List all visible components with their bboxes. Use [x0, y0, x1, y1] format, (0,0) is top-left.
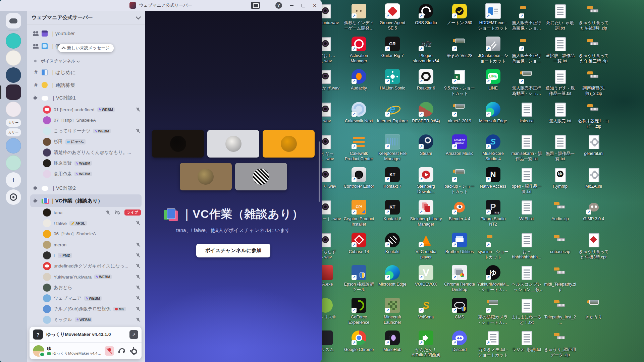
server-icon[interactable] — [6, 102, 21, 117]
desktop-icon[interactable]: ↗Google Chrome — [342, 329, 376, 362]
desktop-icon[interactable]: S↗VoiSona — [409, 296, 443, 329]
desktop-icon[interactable]: ↗Discord — [443, 329, 476, 362]
desktop-icon[interactable]: Audio.zip — [543, 198, 577, 231]
voice-member-row[interactable]: tanaライブ — [27, 207, 145, 218]
participant-tile[interactable] — [180, 163, 232, 190]
desktop-icon[interactable]: ↗Keepforest File Manager — [376, 133, 409, 166]
voice-channel-vc2[interactable]: ｜VC雑談2 — [30, 182, 142, 194]
desktop-icon[interactable]: ↗HDDFMT.exe - ショートカット — [476, 2, 510, 35]
desktop-icon[interactable]: ↗CMS — [443, 296, 476, 329]
desktop-icon[interactable]: S↗MuseScore Studio 4 — [476, 133, 510, 166]
desktop-icon[interactable]: KT↗Kontakt 8 — [376, 198, 409, 231]
desktop-icon[interactable]: ↗かんたん！AITalk 3 関西風 — [409, 329, 443, 362]
help-icon[interactable] — [275, 2, 282, 9]
voice-member-row[interactable]: 食用色素WEBM — [27, 169, 145, 179]
desktop-icon[interactable]: MoZA.ini — [577, 166, 610, 198]
avatar[interactable] — [33, 345, 44, 357]
voice-member-row[interactable]: あおどら — [27, 282, 145, 293]
desktop-icon[interactable]: Telepathy_Inst_2... — [543, 296, 577, 329]
join-voice-button[interactable]: ボイスチャンネルに参加 — [196, 244, 270, 257]
desktop-icon[interactable]: きゅうり食ってた午後三時.zip — [577, 35, 610, 68]
desktop-icon[interactable]: sfz↗Plogue sforzando x64 — [409, 35, 443, 68]
desktop-icon[interactable]: amazon music↗Amazon Music — [443, 133, 476, 166]
voice-member-row[interactable]: tPMD — [27, 250, 145, 261]
desktop-icon[interactable]: ↗Cakewalk Next — [342, 100, 376, 133]
desktop-icon[interactable]: ↗ノートン 360 — [443, 2, 476, 35]
mic-muted-button[interactable] — [105, 346, 114, 356]
participant-tile[interactable] — [207, 130, 259, 158]
desktop-icon[interactable]: CP!↗Crypton Product Installer — [342, 198, 376, 231]
desktop-icon[interactable]: ↗GIMP 3.0.4 — [577, 198, 610, 231]
server-icon[interactable] — [6, 33, 21, 49]
desktop-icon[interactable]: GR↗Guitar Rig 7 — [376, 35, 409, 68]
minimize-button[interactable] — [286, 1, 298, 10]
desktop-icon[interactable]: ksks.txt — [510, 100, 543, 133]
unread-messages-pill[interactable]: 新しい未読メッセージ — [58, 44, 114, 52]
participant-tile[interactable] — [235, 163, 287, 190]
desktop-icon[interactable]: ↗Microsoft Edge — [476, 100, 510, 133]
desktop-icon[interactable]: e↗Internet Explorer — [376, 100, 409, 133]
desktop-icon[interactable]: 選択肢 - 親作品一覧.txt — [543, 35, 577, 68]
desktop-icon[interactable]: ↗Cubase 14 — [342, 231, 376, 264]
desktop-icon[interactable]: midi_Telepathy.zip — [543, 263, 577, 296]
desktop-icon[interactable]: ↗Cakewalk Product Center — [342, 133, 376, 166]
voice-member-row[interactable]: 07［!shp］ShabeleA — [27, 115, 145, 126]
scrollbar[interactable] — [319, 141, 320, 202]
desktop-icon[interactable]: ↗GeForce Experience — [342, 296, 376, 329]
desktop-icon[interactable]: cubase.zip — [543, 231, 577, 264]
participant-tile[interactable] — [263, 130, 315, 158]
desktop-icon[interactable]: LINE↗LINE — [476, 67, 510, 100]
desktop-icon[interactable]: PNT2↗Piapro Studio NT2 — [476, 198, 510, 231]
desktop-icon[interactable]: ↗Chrome Remote Desktop — [443, 263, 476, 296]
channel-tsuwabosyu[interactable]: ｜通話募集 — [30, 79, 142, 92]
desktop-icon[interactable]: まにまにわーるど！.txt — [510, 296, 543, 329]
desktop-icon[interactable]: ↗万引きメモ.txt - ショートカット — [476, 329, 510, 362]
desktop-icon[interactable]: manisekarin - 親作品一覧.txt — [510, 133, 543, 166]
server-icon[interactable] — [6, 67, 21, 83]
desktop-icon[interactable]: 調声練習(失敗)_3.zip — [577, 67, 610, 100]
participant-tile[interactable] — [152, 130, 204, 158]
desktop-icon[interactable]: ↗Reaktor 6 — [409, 67, 443, 100]
desktop-icon[interactable]: ↗HALion Sonic — [376, 67, 409, 100]
desktop-icon[interactable]: WIFI.txt — [510, 198, 543, 231]
desktop-icon[interactable]: ↗Steinberg Library Manager — [409, 198, 443, 231]
share-activity-icon[interactable] — [129, 330, 138, 339]
voice-member-row[interactable]: 01 [!error] undefinedWEBM — [27, 104, 145, 115]
voice-member-row[interactable]: 06［!sho］ShabeleA — [27, 229, 145, 239]
voice-member-row[interactable]: 杉田にゃ~ん — [27, 136, 145, 147]
desktop-icon[interactable]: おっ hhhhhhhhhhh... — [510, 231, 543, 264]
desktop-icon[interactable]: ↗Groove Agent SE 5 — [376, 2, 409, 35]
settings-gear-button[interactable] — [129, 346, 138, 356]
desktop-icon[interactable]: ↗家の防犯カメラ - ショートカット — [476, 296, 510, 329]
server-header[interactable]: ウェブマニア公式サーバー — [27, 11, 145, 24]
desktop-icon[interactable]: ↗backup - ショートカット — [443, 166, 476, 198]
desktop-icon[interactable]: ↗Microsoft Edge — [376, 263, 409, 296]
desktop-icon[interactable]: ↗Brother Utilities — [443, 231, 476, 264]
screen-share-icon[interactable] — [251, 2, 260, 9]
desktop-icon[interactable]: ↗JQuake.exe - ショートカット — [476, 35, 510, 68]
desktop-icon[interactable]: ↗Audacity — [342, 67, 376, 100]
explore-servers-button[interactable] — [6, 189, 21, 205]
voice-member-row[interactable]: 清楚枠のあざりんくん@ななもり。... — [27, 147, 145, 158]
desktop-icon[interactable]: ↗airset2-2019 — [443, 100, 476, 133]
desktop-icon[interactable]: 死にたい_ゅ歌詞.txt — [543, 2, 577, 35]
desktop-icon[interactable]: きゅうり — [577, 296, 610, 329]
desktop-icon[interactable]: きゅうり食ってた午後3時.cpr — [577, 231, 610, 264]
desktop-icon[interactable]: 名称未設定1 - コピー.zip — [577, 100, 610, 133]
desktop-icon[interactable]: N↗Native Access — [476, 166, 510, 198]
desktop-icon[interactable]: ↗Activation Manager — [342, 35, 376, 68]
discord-home-button[interactable] — [6, 13, 21, 28]
desktop-icon[interactable]: ↗無人販売不正行為画像 - ショートカット — [510, 35, 543, 68]
desktop-icon[interactable]: ↗Controller Editor — [342, 166, 376, 198]
desktop-icon[interactable]: ゆ↗YukkuriMovieM... - ショートカット — [476, 263, 510, 296]
voice-member-row[interactable]: meron — [27, 239, 145, 250]
maximize-button[interactable] — [298, 1, 309, 10]
desktop-icon[interactable]: ↗Steinberg Downlo... — [409, 166, 443, 198]
desktop-icon[interactable]: ラジオ_歌詞.txt — [510, 329, 543, 362]
voice-member-row[interactable]: Yukiwara/YukiwaraWEBM — [27, 272, 145, 282]
server-icon[interactable]: カサー — [6, 128, 21, 136]
voice-member-row[interactable]: ミックルWEBM — [27, 314, 145, 325]
voice-member-row[interactable]: ウェブマニアWEBM — [27, 293, 145, 304]
desktop-icon[interactable]: ↗VLC media player — [409, 231, 443, 264]
desktop-icon[interactable]: ↗Kontakt — [376, 231, 409, 264]
